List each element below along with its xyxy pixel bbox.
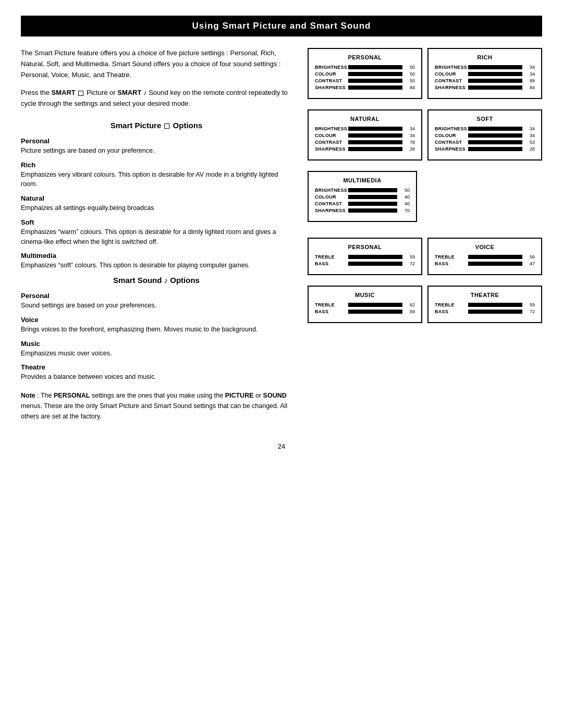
treble-value: 56: [527, 254, 535, 260]
panel-personal-treble-row: TREBLE 59: [315, 254, 415, 260]
sharpness-bar: [348, 85, 402, 90]
panel-theatre-treble-row: TREBLE 59: [435, 302, 535, 307]
panel-rich-contrast-row: CONTRAST 89: [435, 78, 535, 83]
brightness-bar: [348, 188, 397, 192]
note-section: Note : The PERSONAL settings are the one…: [21, 390, 292, 422]
contrast-value: 53: [527, 140, 535, 145]
treble-label: TREBLE: [435, 254, 466, 260]
contrast-label: CONTRAST: [315, 78, 346, 83]
panel-music-sound: MUSIC TREBLE 62 BASS 69: [308, 286, 422, 323]
option-personal-picture: Personal Picture settings are based on y…: [21, 137, 292, 156]
treble-label: TREBLE: [315, 254, 346, 260]
option-voice-sound-desc: Brings voices to the forefront, emphasiz…: [21, 325, 292, 335]
sharpness-bar: [348, 208, 397, 213]
panel-multimedia-picture: MULTIMEDIA BRIGHTNESS 50 COLOUR 40 CONTR…: [308, 171, 417, 222]
panel-personal-sound: PERSONAL TREBLE 59 BASS 72: [308, 238, 422, 275]
contrast-label: CONTRAST: [315, 201, 346, 206]
colour-label: COLOUR: [315, 71, 346, 77]
brightness-value: 50: [401, 188, 410, 193]
panel-multimedia-brightness-row: BRIGHTNESS 50: [315, 188, 410, 193]
option-voice-sound: Voice Brings voices to the forefront, em…: [21, 316, 292, 335]
option-soft-picture: Soft Emphasizes “warm” colours. This opt…: [21, 218, 292, 247]
option-multimedia-picture: Multimedia Emphasizes “soft” colours. Th…: [21, 252, 292, 270]
panel-voice-sound-title: VOICE: [435, 244, 535, 250]
panel-personal-picture: PERSONAL BRIGHTNESS 50 COLOUR 50 CONTRAS…: [308, 48, 422, 99]
panel-natural-picture: NATURAL BRIGHTNESS 34 COLOUR 34 CONTRAST…: [308, 109, 422, 161]
treble-value: 59: [407, 254, 415, 260]
contrast-value: 40: [401, 201, 410, 206]
brightness-label: BRIGHTNESS: [435, 126, 466, 131]
smart-picture-section: Smart Picture Options Personal Picture s…: [21, 121, 292, 270]
panel-multimedia-picture-title: MULTIMEDIA: [315, 177, 410, 183]
press-label: Press the SMART Picture or SMART ♪ Sound…: [21, 89, 288, 107]
panel-soft-sharpness-row: SHARPNESS 28: [435, 146, 535, 152]
panel-voice-sound: VOICE TREBLE 56 BASS 47: [427, 238, 542, 275]
panel-soft-picture: SOFT BRIGHTNESS 34 COLOUR 34 CONTRAST 53: [427, 109, 542, 161]
panel-personal-contrast-row: CONTRAST 50: [315, 78, 415, 83]
option-theatre-sound: Theatre Provides a balance between voice…: [21, 363, 292, 382]
panel-natural-sharpness-row: SHARPNESS 28: [315, 146, 415, 152]
bass-bar: [468, 262, 522, 266]
option-theatre-sound-title: Theatre: [21, 363, 292, 371]
panel-rich-picture: RICH BRIGHTNESS 34 COLOUR 34 CONTRAST 89: [427, 48, 542, 99]
brightness-value: 50: [407, 65, 415, 70]
sharpness-value: 28: [527, 146, 535, 152]
sharpness-value: 70: [401, 208, 410, 213]
contrast-bar: [348, 79, 402, 83]
treble-bar: [468, 303, 522, 307]
option-personal-picture-desc: Picture settings are based on your prefe…: [21, 146, 292, 156]
brightness-label: BRIGHTNESS: [315, 126, 346, 131]
panel-natural-colour-row: COLOUR 34: [315, 133, 415, 138]
brightness-value: 34: [407, 126, 415, 131]
panel-music-treble-row: TREBLE 62: [315, 302, 415, 307]
contrast-label: CONTRAST: [435, 78, 466, 83]
sharpness-value: 84: [407, 85, 415, 90]
sound-panels-row1: PERSONAL TREBLE 59 BASS 72 VOICE TREBLE: [308, 238, 542, 275]
sharpness-value: 28: [407, 146, 415, 152]
bass-label: BASS: [315, 261, 346, 266]
treble-bar: [468, 255, 522, 259]
panel-natural-picture-title: NATURAL: [315, 116, 415, 122]
panel-personal-picture-title: PERSONAL: [315, 54, 415, 60]
option-soft-picture-desc: Emphasizes “warm” colours. This option i…: [21, 227, 292, 247]
option-multimedia-picture-desc: Emphasizes “soft” colours. This option i…: [21, 261, 292, 270]
panel-natural-brightness-row: BRIGHTNESS 34: [315, 126, 415, 131]
panel-multimedia-sharpness-row: SHARPNESS 70: [315, 208, 410, 213]
colour-bar: [468, 72, 522, 76]
panel-theatre-bass-row: BASS 72: [435, 309, 535, 314]
option-natural-picture-title: Natural: [21, 194, 292, 202]
picture-square-icon: [164, 124, 169, 129]
colour-label: COLOUR: [435, 71, 466, 77]
treble-value: 59: [527, 302, 535, 307]
contrast-label: CONTRAST: [315, 140, 346, 145]
option-rich-picture-desc: Emphasizes very vibrant colours. This op…: [21, 170, 292, 190]
option-music-sound-title: Music: [21, 340, 292, 348]
treble-value: 62: [407, 302, 415, 307]
brightness-bar: [348, 65, 402, 69]
brightness-bar: [348, 127, 402, 131]
option-voice-sound-title: Voice: [21, 316, 292, 324]
panel-personal-colour-row: COLOUR 50: [315, 71, 415, 77]
colour-value: 40: [401, 194, 410, 200]
option-theatre-sound-desc: Provides a balance between voices and mu…: [21, 372, 292, 382]
brightness-label: BRIGHTNESS: [315, 188, 346, 193]
panel-soft-colour-row: COLOUR 34: [435, 133, 535, 138]
treble-label: TREBLE: [315, 302, 346, 307]
option-personal-sound-title: Personal: [21, 292, 292, 300]
colour-bar: [348, 133, 402, 138]
bass-label: BASS: [435, 309, 466, 314]
page-title: Using Smart Picture and Smart Sound: [192, 21, 371, 31]
sharpness-label: SHARPNESS: [435, 146, 466, 152]
panel-personal-brightness-row: BRIGHTNESS 50: [315, 65, 415, 70]
brightness-value: 34: [527, 65, 535, 70]
panel-rich-picture-title: RICH: [435, 54, 535, 60]
panel-soft-contrast-row: CONTRAST 53: [435, 140, 535, 145]
brightness-label: BRIGHTNESS: [435, 65, 466, 70]
panel-soft-brightness-row: BRIGHTNESS 34: [435, 126, 535, 131]
left-column: The Smart Picture feature offers you a c…: [21, 48, 308, 422]
colour-value: 50: [407, 71, 415, 77]
colour-bar: [348, 72, 402, 76]
colour-bar: [468, 133, 522, 138]
picture-panels-row2: NATURAL BRIGHTNESS 34 COLOUR 34 CONTRAST…: [308, 109, 542, 161]
picture-icon: [78, 91, 83, 96]
